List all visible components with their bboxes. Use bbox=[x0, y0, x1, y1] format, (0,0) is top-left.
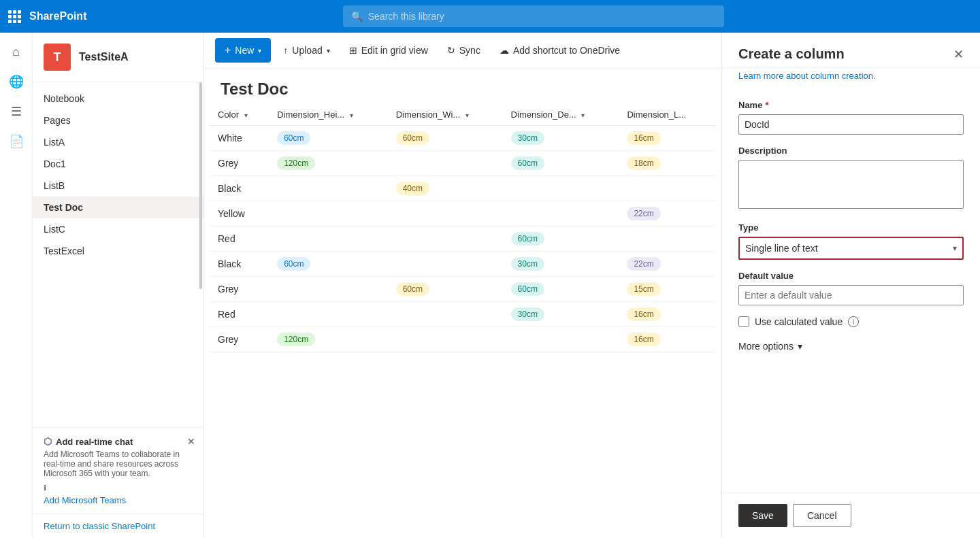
sidebar-item-testdoc[interactable]: Test Doc bbox=[33, 197, 203, 218]
sidebar-item-pages[interactable]: Pages bbox=[33, 110, 203, 131]
panel-header: Create a column ✕ bbox=[722, 33, 980, 68]
chip: 60cm bbox=[277, 131, 310, 145]
chip: 16cm bbox=[627, 307, 660, 321]
name-input[interactable] bbox=[738, 114, 964, 135]
main-layout: ⌂ 🌐 ☰ 📄 T TestSiteA Notebook Pages ListA… bbox=[0, 33, 980, 538]
page-title: Test Doc bbox=[220, 80, 705, 99]
site-icon: T bbox=[44, 44, 71, 71]
sidebar-item-lista[interactable]: ListA bbox=[33, 131, 203, 153]
search-bar[interactable]: 🔍 bbox=[343, 5, 724, 27]
new-button[interactable]: + New ▾ bbox=[215, 38, 271, 63]
table-row[interactable]: White 60cm 60cm 30cm 16cm bbox=[210, 126, 716, 151]
return-classic-link[interactable]: Return to classic SharePoint bbox=[33, 514, 203, 538]
table-row[interactable]: Grey 60cm 60cm 15cm bbox=[210, 277, 716, 302]
description-label: Description bbox=[738, 146, 964, 156]
app-logo[interactable]: SharePoint bbox=[8, 10, 86, 23]
default-value-label: Default value bbox=[738, 271, 964, 281]
panel-footer: Save Cancel bbox=[722, 492, 980, 538]
add-teams-link[interactable]: Add Microsoft Teams bbox=[44, 495, 126, 505]
cell-length bbox=[619, 176, 716, 201]
cell-color: White bbox=[210, 126, 269, 151]
table-row[interactable]: Grey 120cm 60cm 18cm bbox=[210, 151, 716, 176]
chip: 30cm bbox=[511, 257, 544, 271]
cell-width bbox=[388, 327, 503, 352]
table-row[interactable]: Black 60cm 30cm 22cm bbox=[210, 252, 716, 277]
cell-color: Red bbox=[210, 226, 269, 252]
chat-widget-description: Add Microsoft Teams to collaborate in re… bbox=[44, 450, 193, 478]
sidebar-item-listc[interactable]: ListC bbox=[33, 218, 203, 240]
cell-width bbox=[388, 201, 503, 226]
cell-color: Black bbox=[210, 176, 269, 201]
add-shortcut-button[interactable]: ☁ Add shortcut to OneDrive bbox=[493, 38, 627, 63]
col-color[interactable]: Color ▾ bbox=[210, 104, 269, 126]
top-nav: SharePoint 🔍 bbox=[0, 0, 980, 33]
chip: 60cm bbox=[396, 282, 429, 296]
globe-icon[interactable]: 🌐 bbox=[3, 68, 30, 95]
chat-widget: ⬡ Add real-time chat ✕ Add Microsoft Tea… bbox=[33, 427, 203, 514]
cell-height: 60cm bbox=[269, 126, 388, 151]
col-width[interactable]: Dimension_Wi... ▾ bbox=[388, 104, 503, 126]
nav-sidebar: T TestSiteA Notebook Pages ListA Doc1 Li… bbox=[33, 33, 204, 538]
content-area: + New ▾ ↑ Upload ▾ ⊞ Edit in grid view ↻… bbox=[204, 33, 721, 538]
table-row[interactable]: Red 30cm 16cm bbox=[210, 302, 716, 327]
panel-subtitle[interactable]: Learn more about column creation. bbox=[722, 68, 980, 89]
more-options-button[interactable]: More options ▾ bbox=[738, 338, 964, 354]
cell-depth: 30cm bbox=[503, 302, 619, 327]
sidebar-item-listb[interactable]: ListB bbox=[33, 175, 203, 197]
table-row[interactable]: Red 60cm bbox=[210, 226, 716, 252]
sidebar-item-testexcel[interactable]: TestExcel bbox=[33, 240, 203, 262]
chip: 16cm bbox=[627, 333, 660, 346]
chip: 60cm bbox=[277, 257, 310, 271]
cell-length: 16cm bbox=[619, 126, 716, 151]
waffle-icon bbox=[8, 10, 21, 23]
type-select[interactable]: Single line of text Multiple lines of te… bbox=[740, 238, 962, 258]
cancel-button[interactable]: Cancel bbox=[793, 504, 851, 527]
chat-widget-close-button[interactable]: ✕ bbox=[187, 436, 195, 447]
chip: 16cm bbox=[627, 131, 660, 145]
col-depth[interactable]: Dimension_De... ▾ bbox=[503, 104, 619, 126]
chip: 22cm bbox=[627, 257, 660, 271]
cell-length: 22cm bbox=[619, 201, 716, 226]
home-icon[interactable]: ⌂ bbox=[3, 38, 30, 65]
default-value-input[interactable] bbox=[738, 285, 964, 305]
sort-width-icon: ▾ bbox=[466, 112, 469, 119]
page-icon[interactable]: 📄 bbox=[3, 128, 30, 155]
page-title-area: Test Doc bbox=[204, 69, 721, 104]
right-panel: Create a column ✕ Learn more about colum… bbox=[721, 33, 980, 538]
nav-list: Notebook Pages ListA Doc1 ListB Test Doc… bbox=[33, 82, 203, 427]
cell-depth: 30cm bbox=[503, 126, 619, 151]
calculated-value-label: Use calculated value bbox=[755, 316, 843, 327]
calculated-value-info-icon[interactable]: i bbox=[848, 316, 859, 327]
default-value-field-group: Default value bbox=[738, 271, 964, 305]
edit-grid-button[interactable]: ⊞ Edit in grid view bbox=[342, 38, 435, 63]
save-button[interactable]: Save bbox=[738, 504, 787, 527]
site-name: TestSiteA bbox=[79, 51, 129, 63]
sidebar-item-doc1[interactable]: Doc1 bbox=[33, 153, 203, 175]
icon-sidebar: ⌂ 🌐 ☰ 📄 bbox=[0, 33, 33, 538]
required-indicator: * bbox=[765, 100, 768, 110]
cell-height: 120cm bbox=[269, 151, 388, 176]
upload-button[interactable]: ↑ Upload ▾ bbox=[276, 38, 336, 63]
col-length[interactable]: Dimension_L... bbox=[619, 104, 716, 126]
list-icon[interactable]: ☰ bbox=[3, 98, 30, 125]
panel-close-button[interactable]: ✕ bbox=[953, 47, 964, 62]
cell-height bbox=[269, 176, 388, 201]
toolbar: + New ▾ ↑ Upload ▾ ⊞ Edit in grid view ↻… bbox=[204, 33, 721, 69]
search-input[interactable] bbox=[368, 11, 716, 22]
table-row[interactable]: Black 40cm bbox=[210, 176, 716, 201]
col-height[interactable]: Dimension_Hei... ▾ bbox=[269, 104, 388, 126]
calculated-value-checkbox[interactable] bbox=[738, 316, 749, 327]
chip: 120cm bbox=[277, 333, 315, 346]
table-row[interactable]: Yellow 22cm bbox=[210, 201, 716, 226]
name-field-group: Name * bbox=[738, 100, 964, 135]
sync-button[interactable]: ↻ Sync bbox=[440, 38, 487, 63]
cell-width: 60cm bbox=[388, 126, 503, 151]
name-label: Name * bbox=[738, 100, 964, 110]
onedrive-icon: ☁ bbox=[500, 45, 509, 56]
sidebar-item-notebook[interactable]: Notebook bbox=[33, 88, 203, 110]
table-area[interactable]: Color ▾ Dimension_Hei... ▾ Dimension_Wi.… bbox=[204, 104, 721, 538]
cell-color: Red bbox=[210, 302, 269, 327]
table-row[interactable]: Grey 120cm 16cm bbox=[210, 327, 716, 352]
panel-body: Name * Description Type Single line of t… bbox=[722, 89, 980, 365]
description-textarea[interactable] bbox=[738, 160, 964, 209]
